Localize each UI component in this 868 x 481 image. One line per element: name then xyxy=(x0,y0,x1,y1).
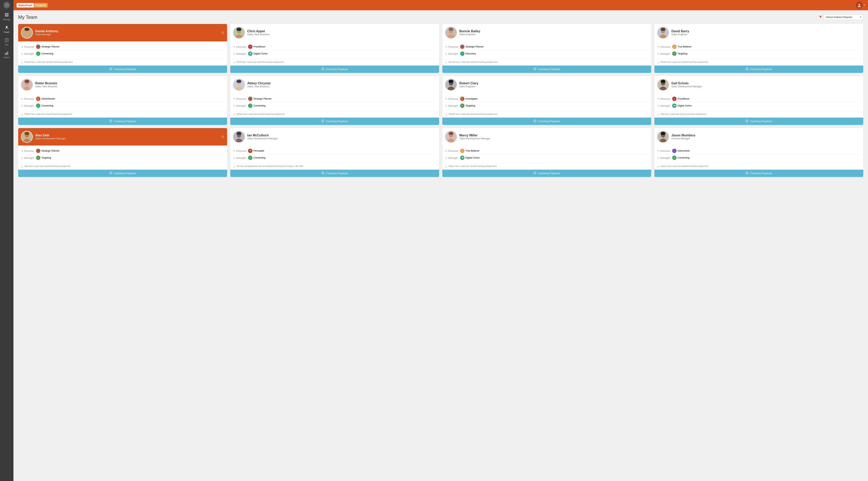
strength-label-ian-mcculloch: ⇅ Strength: xyxy=(233,156,247,159)
alert-text-daniel-anthony: Daniel has 1 past due QuickCoaching assi… xyxy=(25,61,72,63)
card-alert-gail-echols: ⚠ Gail has 1 past due QuickCoaching assi… xyxy=(654,111,863,118)
user-menu-chevron[interactable]: ▾ xyxy=(864,4,865,6)
user-avatar[interactable] xyxy=(856,2,863,9)
filter-dropdown[interactable]: Direct+Indirect Reports Direct Reports O… xyxy=(824,14,863,20)
alert-icon-daniel-anthony: ⚠ xyxy=(21,61,23,64)
persona-badge-circle: 👤 xyxy=(248,97,252,101)
persona-row-chris-appel: ⚙ Persona: ✏ Practitioner xyxy=(233,43,436,50)
card-header-ian-mcculloch: Ian McCulloch Sales Development Manager xyxy=(230,128,439,146)
persona-label-robin-brunots: ⚙ Persona: xyxy=(21,97,35,100)
playbook-icon-jason-mumbico xyxy=(746,172,748,175)
card-footer-robert-clary[interactable]: Coaching Playbook xyxy=(442,118,651,125)
strength-label-gail-echols: ⇅ Strength: xyxy=(657,104,671,107)
card-footer-robin-brunots[interactable]: Coaching Playbook xyxy=(18,118,227,125)
card-role-chris-appel: Sales: New Business xyxy=(247,33,436,36)
svg-point-72 xyxy=(23,139,30,142)
alert-text-alex-gett: Alex has 1 past due QuickCoaching assign… xyxy=(25,165,71,167)
persona-row-icon: ⚙ xyxy=(445,149,447,152)
strength-row-daniel-anthony: ⇅ Strength: 🔗 Connecting xyxy=(21,50,224,57)
name-area-david-barry: David Barry Sales Engineer xyxy=(671,29,861,36)
strength-value: Connecting xyxy=(678,156,689,159)
persona-row-alex-gett: ⚙ Persona: 👤 Strategic Planner xyxy=(21,147,224,154)
avatar-bonnie-bailey xyxy=(445,27,457,39)
strength-value: Connecting xyxy=(253,104,266,107)
name-area-bonnie-bailey: Bonnie Bailey Sales Engineer xyxy=(459,29,648,36)
strength-label-robert-clary: ⇅ Strength: xyxy=(445,104,459,107)
cta-label-david-barry: Coaching Playbook xyxy=(750,68,772,71)
svg-rect-11 xyxy=(5,53,6,55)
alert-icon-abbey-chrystal: ⚠ xyxy=(233,113,236,116)
playbook-icon-abbey-chrystal xyxy=(321,120,324,123)
persona-badge-circle: ★ xyxy=(672,44,677,49)
svg-point-6 xyxy=(6,26,7,28)
team-card-daniel-anthony: Daniel Anthony Sales Manager ⊙ ⚙ Persona… xyxy=(18,24,227,73)
persona-value: Practitioner xyxy=(253,45,266,48)
card-footer-david-barry[interactable]: Coaching Playbook xyxy=(654,65,863,73)
card-footer-alex-gett[interactable]: Coaching Playbook xyxy=(18,170,227,177)
alert-text-robin-brunots: Robin has 1 past due QuickCoaching assig… xyxy=(25,113,72,115)
page-header: My Team Direct+Indirect Reports Direct R… xyxy=(18,14,863,20)
card-menu-icon-alex-gett[interactable]: ⊙ xyxy=(221,134,224,139)
name-area-robin-brunots: Robin Brunots Sales: New Business xyxy=(35,82,224,88)
persona-row-daniel-anthony: ⚙ Persona: 👤 Strategic Planner xyxy=(21,43,224,50)
name-area-gail-echols: Gail Echols Sales Development Manager xyxy=(671,82,861,88)
name-area-alex-gett: Alex Gett Sales Development Manager xyxy=(35,133,219,140)
strength-badge-circle: 🔗 xyxy=(248,156,252,160)
team-card-abbey-chrystal: Abbey Chrystal Sales: New Business ⚙ Per… xyxy=(230,76,439,125)
alert-icon-ian-mcculloch: ⚠ xyxy=(233,165,236,168)
sidebar-item-report[interactable]: Report xyxy=(0,48,13,61)
card-alert-alex-gett: ⚠ Alex has 1 past due QuickCoaching assi… xyxy=(18,163,227,170)
strength-row-icon: ⇅ xyxy=(233,104,235,107)
avatar-robin-brunots xyxy=(21,79,33,91)
strength-badge-daniel-anthony: 🔗 Connecting xyxy=(36,52,54,56)
persona-label-david-barry: ⚙ Persona: xyxy=(657,45,671,48)
name-area-robert-clary: Robert Clary Sales Engineer xyxy=(459,82,648,88)
card-body-ian-mcculloch: ⚙ Persona: 💡 Persuader ⇅ Strength: 🔗 Con… xyxy=(230,146,439,163)
card-name-robert-clary: Robert Clary xyxy=(459,82,648,85)
persona-row-icon: ⚙ xyxy=(21,45,23,48)
card-menu-icon-daniel-anthony[interactable]: ⊙ xyxy=(221,30,224,35)
card-role-robert-clary: Sales Engineer xyxy=(459,85,648,88)
strength-badge-robin-brunots: 🔗 Connecting xyxy=(36,103,54,108)
alert-text-jason-mumbico: Jason has 1 past due QuickCoaching assig… xyxy=(661,165,709,167)
playbook-icon-robert-clary xyxy=(533,120,536,123)
card-footer-jason-mumbico[interactable]: Coaching Playbook xyxy=(654,170,863,177)
avatar-gail-echols xyxy=(657,79,669,91)
persona-row-icon: ⚙ xyxy=(657,149,659,152)
card-footer-chris-appel[interactable]: Coaching Playbook xyxy=(230,65,439,73)
sidebar-item-manage[interactable]: Manage xyxy=(0,10,13,23)
card-footer-gail-echols[interactable]: Coaching Playbook xyxy=(654,118,863,125)
persona-label-gail-echols: ⚙ Persona: xyxy=(657,97,671,100)
persona-row-marcy-miller: ⚙ Persona: ★ True Believer xyxy=(445,147,648,154)
strength-row-jason-mumbico: ⇅ Strength: 🔗 Connecting xyxy=(657,154,861,161)
persona-row-icon: ⚙ xyxy=(445,45,447,48)
strength-badge-circle: 💬 xyxy=(248,52,252,56)
svg-point-44 xyxy=(23,87,30,90)
alert-icon-bonnie-bailey: ⚠ xyxy=(445,61,447,64)
card-name-chris-appel: Chris Appel xyxy=(247,29,436,33)
strength-row-alex-gett: ⇅ Strength: 🎯 Targeting xyxy=(21,154,224,161)
card-role-ian-mcculloch: Sales Development Manager xyxy=(247,137,436,140)
card-footer-daniel-anthony[interactable]: Coaching Playbook xyxy=(18,65,227,73)
sidebar-item-hire[interactable]: Hire xyxy=(0,36,13,48)
playbook-icon-daniel-anthony xyxy=(110,67,112,71)
svg-point-79 xyxy=(235,139,243,142)
persona-badge-circle: 🔍 xyxy=(460,97,464,101)
persona-badge-robin-brunots: ⊞ Administrator xyxy=(36,97,55,101)
svg-point-93 xyxy=(659,139,666,142)
persona-badge-jason-mumbico: ♪ Harmonizer xyxy=(672,149,690,153)
playbook-icon-robin-brunots xyxy=(110,120,112,123)
strength-row-icon: ⇅ xyxy=(21,52,23,55)
card-footer-abbey-chrystal[interactable]: Coaching Playbook xyxy=(230,118,439,125)
svg-point-32 xyxy=(448,28,454,31)
strength-badge-circle: 🔗 xyxy=(248,103,252,108)
card-footer-marcy-miller[interactable]: Coaching Playbook xyxy=(442,170,651,177)
persona-badge-robert-clary: 🔍 Investigator xyxy=(460,97,478,101)
sidebar-item-coach[interactable]: Coach xyxy=(0,23,13,36)
manage-icon xyxy=(5,13,9,18)
card-footer-ian-mcculloch[interactable]: Coaching Playbook xyxy=(230,170,439,177)
svg-rect-12 xyxy=(6,52,7,55)
svg-point-95 xyxy=(661,132,665,135)
card-footer-bonnie-bailey[interactable]: Coaching Playbook xyxy=(442,65,651,73)
strength-badge-circle: 🔗 xyxy=(672,156,677,160)
